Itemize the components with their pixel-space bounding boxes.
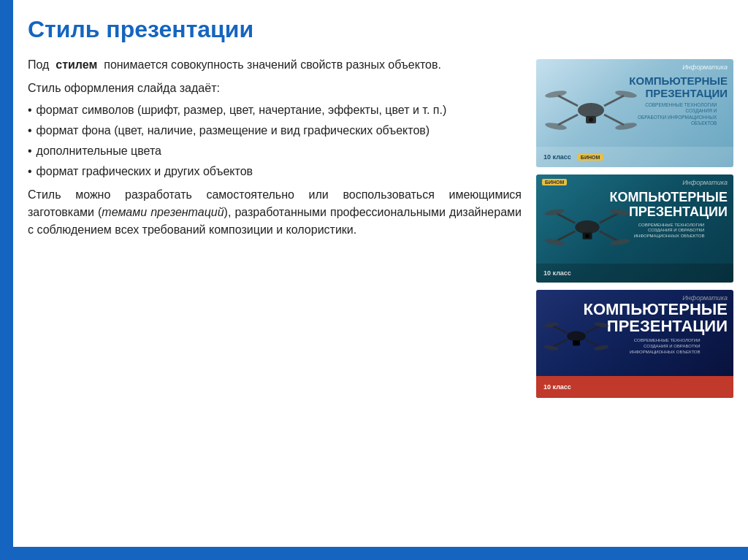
- book1-title-line1: КОМПЬЮТЕРНЫЕ: [629, 75, 728, 88]
- bullet-dot-3: •: [28, 142, 32, 160]
- left-accent-bar: [0, 0, 13, 560]
- svg-point-21: [585, 234, 589, 238]
- book3-grade: 10 класс: [543, 383, 571, 391]
- list-item: • формат фона (цвет, наличие, размещение…: [28, 122, 522, 139]
- main-content: Под стилем понимается совокупность значе…: [20, 56, 748, 547]
- conclusion-paragraph: Стиль можно разработать самостоятельно и…: [28, 186, 522, 239]
- book2-binom-logo: БИНОМ: [542, 179, 567, 185]
- title-bar: Стиль презентации: [20, 0, 748, 56]
- svg-point-22: [567, 331, 586, 341]
- svg-point-10: [589, 118, 593, 122]
- book-card-1: Информатика: [536, 59, 733, 167]
- svg-line-25: [553, 340, 567, 347]
- drone-icon-3: [540, 308, 613, 359]
- book1-title-line2: ПРЕЗЕНТАЦИИ: [629, 88, 728, 100]
- drone-icon-1: [540, 74, 642, 139]
- book1-informatika: Информатика: [682, 64, 728, 71]
- book-card-3: Информатика КОМПЬЮТЕРНЫЕ ПРЕЗЕНТАЦИИ СОВ…: [536, 290, 733, 398]
- book2-title-line2: ПРЕЗЕНТАЦИИ: [609, 205, 728, 220]
- svg-line-23: [553, 326, 567, 333]
- intro-paragraph: Под стилем понимается совокупность значе…: [28, 56, 522, 74]
- svg-line-3: [558, 115, 578, 125]
- book2-subtitle: СОВРЕМЕННЫЕ ТЕХНОЛОГИИСОЗДАНИЯ И ОБРАБОТ…: [609, 223, 704, 239]
- book1-grade: 10 класс: [543, 153, 571, 161]
- bullet-text-3: дополнительные цвета: [37, 142, 161, 160]
- bullet-text-4: формат графических и других объектов: [37, 163, 253, 180]
- svg-line-26: [586, 340, 600, 347]
- intro-suffix: понимается совокупность значений свойств…: [104, 58, 441, 71]
- svg-line-14: [557, 231, 575, 241]
- list-item: • дополнительные цвета: [28, 142, 522, 160]
- svg-line-24: [586, 326, 600, 333]
- book1-binom: БИНОМ: [577, 154, 603, 161]
- list-item: • формат символов (шрифт, размер, цвет, …: [28, 101, 522, 119]
- svg-point-32: [575, 342, 578, 345]
- svg-line-4: [604, 115, 624, 125]
- content-area: Стиль презентации Под стилем понимается …: [20, 0, 748, 547]
- page-title: Стиль презентации: [28, 16, 733, 43]
- list-item: • формат графических и других объектов: [28, 163, 522, 180]
- svg-line-12: [557, 214, 575, 223]
- bullet-text-1: формат символов (шрифт, размер, цвет, на…: [37, 101, 447, 119]
- svg-line-2: [604, 96, 624, 106]
- book-card-2: Информатика БИНОМ: [536, 174, 733, 283]
- text-column: Под стилем понимается совокупность значе…: [28, 56, 536, 547]
- bullet-list: • формат символов (шрифт, размер, цвет, …: [28, 101, 522, 180]
- book2-grade: 10 класс: [543, 269, 571, 277]
- slide-style-line: Стиль оформления слайда задаёт:: [28, 80, 522, 97]
- book2-informatika: Информатика: [682, 179, 728, 186]
- books-column: Информатика: [536, 56, 741, 547]
- svg-line-1: [558, 96, 578, 106]
- intro-prefix: Под: [28, 58, 49, 71]
- book1-subtitle: СОВРЕМЕННЫЕ ТЕХНОЛОГИИ СОЗДАНИЯ ИОБРАБОТ…: [629, 102, 717, 127]
- conclusion-italic: темами презентаций: [102, 206, 224, 218]
- svg-point-0: [578, 103, 604, 118]
- bullet-dot-1: •: [28, 101, 32, 119]
- bullet-dot-4: •: [28, 163, 32, 180]
- bullet-text-2: формат фона (цвет, наличие, размещение и…: [37, 122, 430, 139]
- book2-title-line1: КОМПЬЮТЕРНЫЕ: [609, 191, 728, 205]
- bullet-dot-2: •: [28, 122, 32, 139]
- intro-bold: стилем: [56, 58, 97, 71]
- page-container: Стиль презентации Под стилем понимается …: [0, 0, 748, 560]
- book3-red-accent: 10 класс: [536, 376, 733, 398]
- bottom-accent-bar: [0, 547, 748, 560]
- svg-point-11: [575, 220, 599, 234]
